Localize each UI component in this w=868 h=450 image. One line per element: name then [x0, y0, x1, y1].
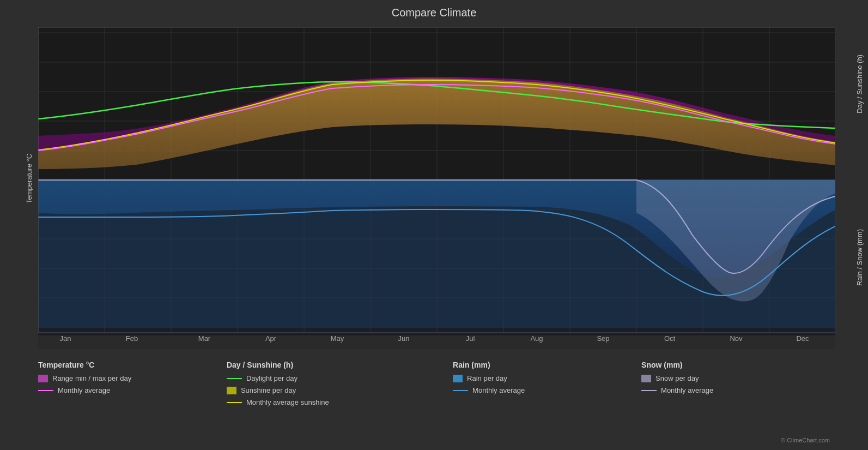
legend-label-rain-avg: Monthly average — [472, 386, 525, 394]
legend-swatch-rain — [453, 375, 463, 382]
left-axis-label: Temperature °C — [25, 154, 33, 203]
svg-text:Apr: Apr — [265, 334, 277, 343]
svg-rect-69 — [641, 375, 651, 382]
legend-item-rain-day: Rain per day — [453, 374, 641, 382]
legend-col-rain: Rain (mm) Rain per day Monthly average — [453, 361, 641, 450]
svg-text:Nov: Nov — [730, 334, 743, 343]
legend-line-rain-avg — [453, 389, 468, 392]
svg-text:Feb: Feb — [126, 334, 138, 343]
legend-label-temp-range: Range min / max per day — [52, 374, 131, 382]
svg-text:May: May — [331, 334, 344, 343]
legend-title-sunshine: Day / Sunshine (h) — [227, 361, 453, 369]
legend-label-daylight: Daylight per day — [246, 374, 298, 382]
legend-item-daylight: Daylight per day — [227, 374, 453, 382]
legend-item-snow-avg: Monthly average — [641, 386, 830, 394]
legend-item-sunshine-avg: Monthly average sunshine — [227, 398, 453, 406]
svg-text:Aug: Aug — [530, 334, 543, 343]
legend-label-sunshine-avg: Monthly average sunshine — [246, 398, 329, 406]
legend-label-snow-day: Snow per day — [655, 374, 699, 382]
legend-swatch-snow — [641, 375, 651, 382]
legend-line-daylight — [227, 377, 242, 380]
svg-text:Jan: Jan — [60, 334, 71, 343]
svg-rect-67 — [453, 375, 463, 382]
svg-text:Mar: Mar — [198, 334, 211, 343]
legend-label-snow-avg: Monthly average — [661, 386, 713, 394]
svg-rect-62 — [38, 375, 48, 382]
copyright: © ClimeChart.com — [781, 437, 830, 443]
legend-label-sunshine-day: Sunshine per day — [241, 386, 296, 394]
legend-line-sunshine-avg — [227, 401, 242, 404]
svg-text:Dec: Dec — [796, 334, 809, 343]
legend-title-temperature: Temperature °C — [38, 361, 227, 369]
page-title: Compare Climate — [0, 0, 868, 21]
svg-text:Jul: Jul — [466, 334, 475, 343]
legend-line-temp-avg — [38, 389, 53, 392]
legend-title-snow: Snow (mm) — [641, 361, 830, 369]
right-axis-bottom-label: Rain / Snow (mm) — [855, 229, 864, 286]
legend-col-temperature: Temperature °C Range min / max per day M… — [38, 361, 227, 450]
legend-item-sunshine-day: Sunshine per day — [227, 386, 453, 394]
legend-label-rain-day: Rain per day — [467, 374, 507, 382]
legend-item-snow-day: Snow per day — [641, 374, 830, 382]
legend-item-temp-range: Range min / max per day — [38, 374, 227, 382]
legend-item-temp-avg: Monthly average — [38, 386, 227, 394]
right-axis-top-label: Day / Sunshine (h) — [855, 55, 864, 113]
legend-label-temp-avg: Monthly average — [58, 386, 110, 394]
legend-item-rain-avg: Monthly average — [453, 386, 641, 394]
legend-swatch-sunshine — [227, 387, 236, 394]
svg-text:Oct: Oct — [664, 334, 676, 343]
legend: Temperature °C Range min / max per day M… — [0, 352, 868, 450]
svg-rect-65 — [227, 387, 236, 394]
legend-swatch-temp-range — [38, 375, 48, 382]
main-chart: 50 40 30 20 10 0 -10 -20 -30 -40 -50 24 … — [38, 27, 835, 349]
svg-text:Jun: Jun — [398, 334, 410, 343]
legend-line-snow-avg — [641, 389, 657, 392]
legend-col-sunshine: Day / Sunshine (h) Daylight per day Suns… — [227, 361, 453, 450]
legend-title-rain: Rain (mm) — [453, 361, 641, 369]
svg-text:Sep: Sep — [597, 334, 609, 343]
